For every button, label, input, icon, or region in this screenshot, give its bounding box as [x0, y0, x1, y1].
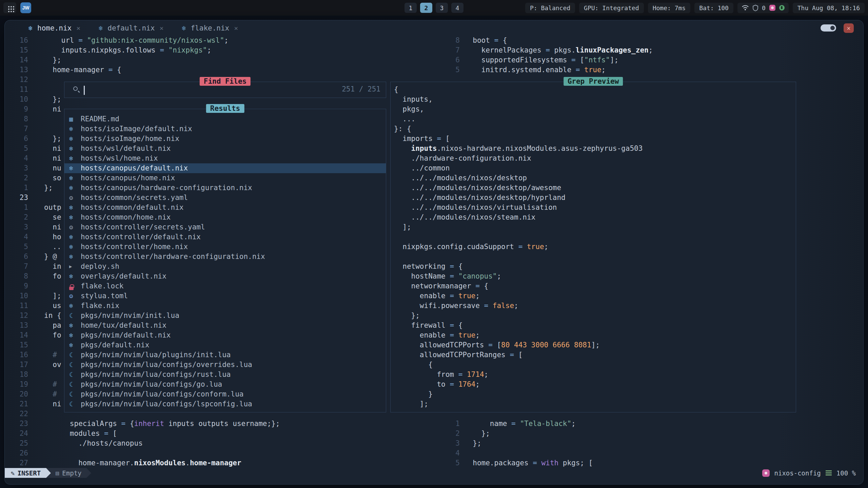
result-item[interactable]: ❄hosts/common/default.nix — [64, 203, 386, 212]
result-item[interactable]: ❄hosts/wsl/default.nix — [64, 144, 386, 154]
preview-line: ]; — [394, 222, 794, 232]
result-item[interactable]: ☾pkgs/nvim/nvim/lua/configs/overrides.lu… — [64, 360, 386, 370]
result-item[interactable]: ❄hosts/isoImage/home.nix — [64, 134, 386, 144]
result-item[interactable]: ☾pkgs/nvim/nvim/lua/configs/go.lua — [64, 380, 386, 389]
file-name: hosts/common/home.nix — [81, 212, 171, 222]
file-name: hosts/wsl/default.nix — [81, 144, 171, 154]
code-token: ../../modules/nixos/desktop — [394, 174, 527, 182]
file-name: home/tux/default.nix — [81, 321, 166, 330]
result-item[interactable]: ❄hosts/common/home.nix — [64, 212, 386, 222]
code-token: ; — [571, 420, 576, 428]
nix-file-icon: ❄ — [69, 252, 81, 262]
telescope-preview: Grep Preview { inputs, pkgs, ...}: { imp… — [390, 82, 796, 412]
code-token: # — [44, 390, 57, 398]
file-name: pkgs/nvim/nvim/lua/configs/overrides.lua — [81, 360, 252, 370]
gear-file-icon: ⚙ — [69, 222, 81, 232]
result-item[interactable]: ☾pkgs/nvim/nvim/init.lua — [64, 311, 386, 321]
line-number: 17 — [13, 360, 28, 370]
line-number: 7 — [445, 45, 460, 55]
code-token: }; — [464, 439, 481, 447]
result-item[interactable]: ⚙hosts/controller/secrets.yaml — [64, 222, 386, 232]
preview-line: networkmanager = { — [394, 281, 794, 291]
result-item[interactable]: ❄hosts/canopus/hardware-configuration.ni… — [64, 183, 386, 193]
editor-area[interactable]: 16 url = "github:nix-community/nixos-wsl… — [5, 20, 863, 484]
workspace-button-1[interactable]: 1 — [405, 3, 417, 13]
code-token: inputs — [394, 144, 437, 152]
preview-line — [394, 252, 794, 262]
line-number: 7 — [13, 124, 28, 134]
code-token: boot — [464, 36, 494, 44]
preview-line: inputs.nixos-hardware.nixosModules.asus-… — [394, 144, 794, 154]
line-number: 15 — [13, 340, 28, 350]
powerline-separator — [86, 468, 91, 478]
telescope-prompt[interactable]: Find Files 251 / 251 — [64, 82, 386, 98]
preview-line: wifi.powersave = false; — [394, 301, 794, 311]
code-token: pkgs, — [394, 105, 424, 113]
result-item[interactable]: ☾pkgs/nvim/nvim/lua/configs/rust.lua — [64, 370, 386, 380]
result-item[interactable]: ❄hosts/canopus/default.nix — [64, 163, 386, 173]
file-name: hosts/canopus/default.nix — [81, 163, 188, 173]
scroll-percent: 100 % — [836, 469, 856, 477]
result-item[interactable]: ▦README.md — [64, 114, 386, 124]
line-number: 5 — [13, 242, 28, 252]
logo-badge[interactable]: JW — [20, 2, 31, 13]
nix-file-icon: ❄ — [69, 301, 81, 311]
file-name: pkgs/default.nix — [81, 340, 149, 350]
system-tray[interactable]: 0 — [737, 3, 789, 13]
code-line: 2 }; — [5, 429, 863, 439]
nix-file-icon: ❄ — [69, 212, 81, 222]
code-token: = — [475, 282, 484, 290]
result-item[interactable]: ❄hosts/controller/home.nix — [64, 242, 386, 252]
code-token: }; — [464, 429, 490, 438]
result-item[interactable]: ❄flake.nix — [64, 301, 386, 311]
code-token: networking — [394, 262, 450, 270]
result-item[interactable]: ❄pkgs/default.nix — [64, 340, 386, 350]
line-number: 12 — [13, 75, 28, 85]
line-number: 10 — [13, 95, 28, 104]
code-token: nu — [44, 164, 61, 172]
launcher-button[interactable] — [3, 2, 16, 13]
workspace-button-4[interactable]: 4 — [451, 3, 463, 13]
result-item[interactable]: ❄hosts/canopus/home.nix — [64, 173, 386, 183]
result-item[interactable]: ❄overlays/default.nix — [64, 271, 386, 281]
preview-line: ../../modules/nixos/virtualisation — [394, 203, 794, 212]
result-item[interactable]: ☾pkgs/nvim/nvim/lua/configs/lspconfig.lu… — [64, 399, 386, 409]
line-number: 5 — [445, 65, 460, 75]
code-token: false — [493, 302, 514, 310]
result-item[interactable]: ❄home/tux/default.nix — [64, 321, 386, 330]
line-number: 1 — [13, 183, 28, 193]
nix-file-icon: ❄ — [69, 340, 81, 350]
code-token: [ — [446, 135, 450, 143]
search-icon — [73, 86, 78, 91]
line-number: 22 — [13, 409, 28, 419]
result-item[interactable]: flake.lock — [64, 281, 386, 291]
result-item[interactable]: ☾pkgs/nvim/nvim/lua/plugins/init.lua — [64, 350, 386, 360]
code-token: ; — [484, 370, 489, 379]
result-item[interactable]: ❄hosts/controller/default.nix — [64, 232, 386, 242]
result-item[interactable]: ❄hosts/controller/hardware-configuration… — [64, 252, 386, 262]
workspace-button-3[interactable]: 3 — [436, 3, 448, 13]
result-item[interactable]: ⚙hosts/common/secrets.yaml — [64, 193, 386, 203]
workspace-button-2[interactable]: 2 — [420, 3, 432, 13]
clock[interactable]: Thu Aug 08, 18:16 — [793, 3, 865, 13]
line-number: 3 — [13, 222, 28, 232]
result-item[interactable]: ❄pkgs/nvim/default.nix — [64, 330, 386, 340]
result-item[interactable]: ❄hosts/isoImage/default.nix — [64, 124, 386, 134]
desktop: JW 1234 P: BalancedGPU: IntegratedHome: … — [0, 0, 868, 488]
lua-file-icon: ☾ — [69, 311, 81, 321]
nix-file-icon: ❄ — [69, 163, 81, 173]
result-item[interactable]: ❄hosts/wsl/home.nix — [64, 154, 386, 163]
result-item[interactable]: ▶deploy.sh — [64, 262, 386, 271]
file-name: hosts/isoImage/home.nix — [81, 134, 179, 144]
result-item[interactable]: ☾pkgs/nvim/nvim/lua/configs/conform.lua — [64, 389, 386, 399]
nix-file-icon: ❄ — [69, 144, 81, 154]
code-token: 1764 — [458, 380, 476, 388]
buffer-label: Empty — [62, 469, 81, 477]
preview-line: firewall = { — [394, 321, 794, 330]
media-icon — [769, 5, 775, 11]
code-token: ; — [649, 46, 653, 54]
line-number: 14 — [13, 330, 28, 340]
result-item[interactable]: ⚙stylua.toml — [64, 291, 386, 301]
code-token: }; — [394, 311, 420, 320]
line-number: 18 — [13, 370, 28, 380]
